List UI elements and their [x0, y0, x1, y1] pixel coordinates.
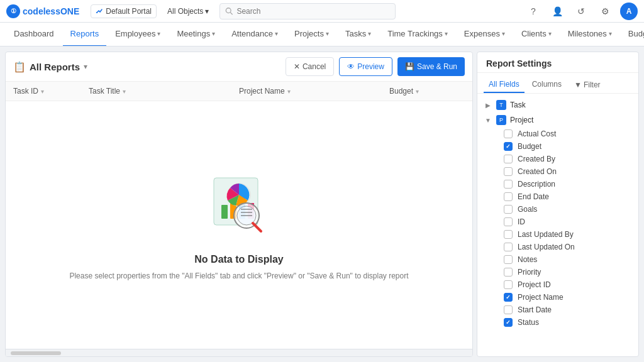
tab-all-fields[interactable]: All Fields [484, 77, 525, 93]
field-label-start-date: Start Date [518, 305, 552, 314]
field-goals[interactable]: Goals [477, 203, 638, 216]
col-budget-caret: ▾ [416, 88, 419, 95]
search-input[interactable] [236, 7, 390, 16]
preview-button[interactable]: 👁 Preview [339, 57, 392, 76]
nav-reports[interactable]: Reports [63, 23, 107, 47]
settings-header: Report Settings [477, 52, 638, 73]
project-expand-icon[interactable]: ▼ [484, 116, 492, 124]
logo: ① codelessONE [6, 4, 79, 18]
field-label-budget: Budget [518, 142, 541, 151]
checkbox-description[interactable] [504, 180, 513, 189]
scroll-thumb [11, 351, 61, 355]
col-header-project-name[interactable]: Project Name ▾ [239, 87, 389, 96]
save-run-button[interactable]: 💾 Save & Run [397, 57, 465, 76]
checkbox-budget[interactable] [504, 142, 513, 151]
checkbox-goals[interactable] [504, 205, 513, 214]
all-objects-caret: ▾ [205, 7, 209, 16]
empty-illustration [201, 168, 277, 244]
svg-point-0 [96, 12, 97, 13]
logo-icon: ① [6, 4, 20, 18]
field-id[interactable]: ID [477, 216, 638, 228]
preview-label: Preview [357, 62, 384, 71]
settings-icon[interactable]: ⚙ [596, 3, 614, 20]
checkbox-created-on[interactable] [504, 167, 513, 176]
nav-milestones[interactable]: Milestones ▾ [560, 23, 619, 47]
empty-desc: Please select properties from the "All F… [69, 270, 408, 282]
col-header-task-id[interactable]: Task ID ▾ [13, 87, 89, 96]
field-actual-cost[interactable]: Actual Cost [477, 128, 638, 140]
col-project-name-caret: ▾ [287, 88, 291, 95]
nav-budgets[interactable]: Budgets ▾ [621, 23, 644, 47]
checkbox-project-id[interactable] [504, 280, 513, 289]
portal-button[interactable]: Default Portal [91, 4, 157, 18]
checkbox-actual-cost[interactable] [504, 129, 513, 138]
col-task-title-caret: ▾ [123, 88, 126, 95]
nav-tasks[interactable]: Tasks ▾ [338, 23, 379, 47]
bottom-scrollbar[interactable] [6, 349, 472, 356]
field-project-id[interactable]: Project ID [477, 278, 638, 291]
field-budget[interactable]: Budget [477, 140, 638, 153]
task-expand-icon[interactable]: ▶ [484, 101, 492, 109]
nav-employees[interactable]: Employees ▾ [108, 23, 168, 47]
nav-dashboard[interactable]: Dashboard [6, 23, 62, 47]
field-end-date[interactable]: End Date [477, 190, 638, 203]
field-description[interactable]: Description [477, 178, 638, 190]
checkbox-notes[interactable] [504, 255, 513, 264]
checkbox-status[interactable] [504, 318, 513, 327]
nav-projects[interactable]: Projects ▾ [287, 23, 336, 47]
field-start-date[interactable]: Start Date [477, 304, 638, 316]
nav-time-trackings[interactable]: Time Trackings ▾ [380, 23, 455, 47]
checkbox-created-by[interactable] [504, 155, 513, 163]
empty-title: No Data to Display [194, 254, 283, 265]
top-bar-icons: ? 👤 ↺ ⚙ A [525, 3, 638, 20]
field-last-updated-by[interactable]: Last Updated By [477, 228, 638, 241]
all-objects-button[interactable]: All Objects ▾ [163, 5, 213, 18]
main-content: 📋 All Reports ▾ ✕ Cancel 👁 Preview 💾 Sav… [0, 47, 644, 362]
settings-tabs: All Fields Columns ▼ Filter [477, 73, 638, 94]
history-icon[interactable]: ↺ [572, 3, 590, 20]
nav-meetings[interactable]: Meetings ▾ [169, 23, 223, 47]
report-title-dropdown[interactable]: ▾ [84, 62, 87, 71]
checkbox-last-updated-by[interactable] [504, 230, 513, 239]
field-label-end-date: End Date [518, 192, 549, 201]
avatar[interactable]: A [620, 3, 638, 20]
empty-state: No Data to Display Please select propert… [6, 101, 472, 349]
search-box[interactable] [219, 3, 396, 19]
field-project-name[interactable]: Project Name [477, 291, 638, 304]
nav-attendance[interactable]: Attendance ▾ [224, 23, 286, 47]
field-status[interactable]: Status [477, 316, 638, 329]
field-label-last-updated-by: Last Updated By [518, 230, 574, 239]
field-label-created-by: Created By [518, 155, 555, 163]
field-created-by[interactable]: Created By [477, 153, 638, 165]
field-label-goals: Goals [518, 205, 537, 214]
nav-expenses[interactable]: Expenses ▾ [457, 23, 513, 47]
project-label: Project [510, 116, 533, 124]
help-button[interactable]: ? [525, 3, 542, 20]
portal-label: Default Portal [106, 7, 152, 16]
field-created-on[interactable]: Created On [477, 165, 638, 178]
col-project-name-label: Project Name [239, 87, 285, 96]
field-notes[interactable]: Notes [477, 253, 638, 266]
cancel-button[interactable]: ✕ Cancel [286, 57, 334, 76]
checkbox-priority[interactable] [504, 268, 513, 277]
field-label-last-updated-on: Last Updated On [518, 243, 575, 251]
tree-item-task[interactable]: ▶ T Task [477, 97, 638, 112]
checkbox-id[interactable] [504, 217, 513, 226]
cancel-label: Cancel [303, 62, 326, 71]
checkbox-end-date[interactable] [504, 192, 513, 201]
tree-item-project[interactable]: ▼ P Project [477, 112, 638, 128]
checkbox-start-date[interactable] [504, 305, 513, 314]
checkbox-last-updated-on[interactable] [504, 243, 513, 251]
checkbox-project-name[interactable] [504, 293, 513, 302]
field-label-notes: Notes [518, 255, 537, 264]
field-last-updated-on[interactable]: Last Updated On [477, 241, 638, 253]
tab-columns[interactable]: Columns [527, 77, 567, 93]
field-priority[interactable]: Priority [477, 266, 638, 278]
user-icon[interactable]: 👤 [548, 3, 566, 20]
col-header-task-title[interactable]: Task Title ▾ [89, 87, 239, 96]
nav-clients[interactable]: Clients ▾ [514, 23, 559, 47]
top-bar: ① codelessONE Default Portal All Objects… [0, 0, 644, 23]
field-label-description: Description [518, 180, 555, 189]
tab-filter[interactable]: ▼ Filter [569, 77, 606, 92]
col-header-budget[interactable]: Budget ▾ [389, 87, 465, 96]
